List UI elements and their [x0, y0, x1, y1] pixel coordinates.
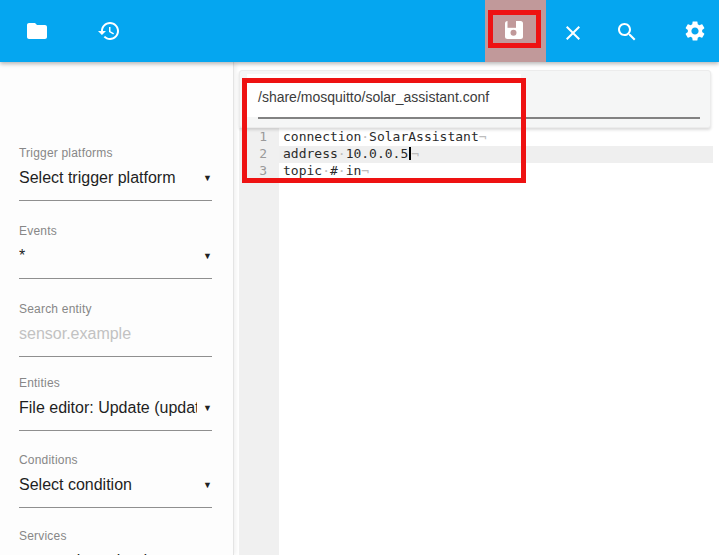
settings-button[interactable] [682, 18, 708, 44]
code-line[interactable]: address·10.0.0.5¬ [283, 145, 713, 162]
code-line[interactable]: connection·SolarAssistant¬ [283, 128, 713, 145]
trigger-platform-select[interactable]: Select trigger platform [19, 168, 197, 188]
field-underline [19, 356, 212, 357]
field-events: Events * ▼ [19, 225, 212, 238]
app-toolbar [0, 0, 719, 62]
eol-marker: ¬ [411, 146, 419, 161]
chevron-down-icon[interactable]: ▼ [203, 252, 212, 261]
field-underline [19, 200, 212, 201]
history-button[interactable] [96, 18, 122, 44]
line-number: 3 [239, 162, 279, 179]
field-underline [19, 278, 212, 279]
field-services: Services automation.reload ▼ [19, 530, 212, 543]
chevron-down-icon[interactable]: ▼ [203, 404, 212, 413]
field-label: Entities [19, 377, 212, 390]
save-button[interactable] [501, 17, 527, 43]
file-editor-window: Trigger platforms Select trigger platfor… [0, 0, 719, 555]
field-conditions: Conditions Select condition ▼ [19, 454, 212, 467]
eol-marker: ¬ [479, 129, 487, 144]
code-line[interactable]: topic·#·in¬ [283, 162, 713, 179]
chevron-down-icon[interactable]: ▼ [203, 174, 212, 183]
entities-select[interactable]: File editor: Update (update.fil... [19, 398, 197, 418]
field-search-entity: Search entity sensor.example [19, 303, 212, 316]
browse-files-button[interactable] [24, 18, 50, 44]
save-highlight-overlay [485, 0, 546, 62]
field-trigger-platforms: Trigger platforms Select trigger platfor… [19, 147, 212, 160]
file-path-input[interactable]: /share/mosquitto/solar_assistant.conf [258, 89, 489, 105]
field-entities: Entities File editor: Update (update.fil… [19, 377, 212, 390]
field-label: Events [19, 225, 212, 238]
events-select[interactable]: * [19, 246, 197, 266]
field-label: Search entity [19, 303, 212, 316]
editor-surface[interactable]: connection·SolarAssistant¬address·10.0.0… [283, 128, 713, 179]
history-icon [97, 19, 121, 43]
field-underline [19, 430, 212, 431]
field-underline [19, 507, 212, 508]
conditions-select[interactable]: Select condition [19, 475, 197, 495]
line-number: 2 [239, 145, 279, 162]
search-icon [615, 20, 639, 44]
chevron-down-icon[interactable]: ▼ [203, 481, 212, 490]
search-button[interactable] [614, 19, 640, 45]
folder-icon [25, 19, 49, 43]
line-number: 1 [239, 128, 279, 145]
space-marker: · [338, 163, 346, 178]
field-label: Conditions [19, 454, 212, 467]
eol-marker: ¬ [361, 163, 369, 178]
sidebar: Trigger platforms Select trigger platfor… [0, 62, 234, 555]
close-icon [561, 21, 585, 45]
settings-icon [683, 19, 707, 43]
search-entity-input[interactable]: sensor.example [19, 324, 197, 344]
file-path-underline [258, 117, 700, 119]
services-select[interactable]: automation.reload [19, 551, 197, 555]
space-marker: · [361, 129, 369, 144]
editor-gutter: 123 [239, 128, 279, 555]
save-icon [502, 18, 526, 42]
space-marker: · [322, 163, 330, 178]
close-button[interactable] [560, 20, 586, 46]
field-label: Trigger platforms [19, 147, 212, 160]
space-marker: · [338, 146, 346, 161]
field-label: Services [19, 530, 212, 543]
